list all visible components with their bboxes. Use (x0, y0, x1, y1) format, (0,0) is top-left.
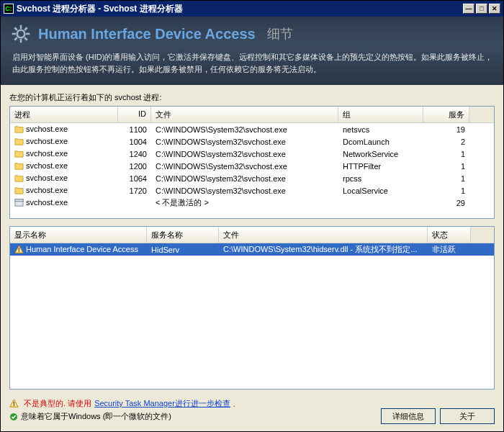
col-services[interactable]: 服务 (423, 107, 469, 122)
file-icon (14, 198, 24, 207)
page-subtitle: 细节 (267, 25, 293, 42)
gear-icon (11, 24, 31, 44)
maximize-button[interactable]: □ (476, 4, 487, 14)
detail-button[interactable]: 详细信息 (381, 408, 436, 424)
header-description: 启用对智能界面设备 (HID)的通用输入访问，它激活并保存键盘、远程控制和其它多… (11, 50, 493, 75)
process-section-label: 在您的计算机正运行着如下的 svchost 进程: (9, 92, 495, 103)
process-columns: 进程 ID 文件 组 服务 (10, 107, 494, 123)
col-display-name[interactable]: 显示名称 (10, 227, 147, 243)
col-service-file[interactable]: 文件 (219, 227, 428, 243)
file-icon (14, 186, 24, 195)
file-icon (14, 149, 24, 158)
table-row[interactable]: svchost.exe1720C:\WINDOWS\system32\svcho… (10, 184, 494, 197)
window-title: Svchost 进程分析器 - Svchost 进程分析器 (17, 3, 463, 15)
page-title: Human Interface Device Access (38, 26, 256, 42)
footer-ok-text: 意味着它属于Windows (即一个微软的文件) (21, 411, 171, 422)
svg-line-7 (24, 27, 27, 30)
minimize-button[interactable]: — (463, 4, 474, 14)
security-link[interactable]: Security Task Manager进行进一步检查 (94, 398, 230, 409)
footer-warn-prefix: 不是典型的. 请使用 (24, 398, 91, 409)
svg-text:!: ! (18, 247, 20, 254)
table-row[interactable]: svchost.exe1064C:\WINDOWS\system32\svcho… (10, 172, 494, 184)
col-id[interactable]: ID (118, 107, 151, 122)
footer: ! 不是典型的. 请使用 Security Task Manager进行进一步检… (1, 392, 503, 431)
footer-ok: 意味着它属于Windows (即一个微软的文件) (9, 411, 377, 422)
svg-rect-10 (15, 199, 23, 202)
svg-text:!: ! (13, 400, 15, 408)
about-button[interactable]: 关于 (440, 408, 495, 424)
titlebar: C: Svchost 进程分析器 - Svchost 进程分析器 — □ ✕ (1, 1, 503, 17)
col-group[interactable]: 组 (338, 107, 423, 122)
col-process[interactable]: 进程 (10, 107, 118, 122)
svg-line-8 (14, 37, 17, 40)
service-columns: 显示名称 服务名称 文件 状态 (10, 227, 494, 243)
service-listview[interactable]: 显示名称 服务名称 文件 状态 !Human Interface Device … (9, 226, 495, 390)
warning-icon: ! (9, 399, 19, 408)
close-button[interactable]: ✕ (489, 4, 500, 14)
table-row[interactable]: svchost.exe1004C:\WINDOWS\system32\svcho… (10, 135, 494, 148)
footer-warn-suffix: . (233, 400, 235, 408)
warning-icon: ! (14, 245, 24, 254)
check-icon (9, 413, 18, 421)
table-row[interactable]: svchost.exe1200C:\WINDOWS\System32\svcho… (10, 160, 494, 172)
file-icon (14, 161, 24, 171)
table-row[interactable]: !Human Interface Device AccessHidServC:\… (10, 243, 494, 256)
file-icon (14, 174, 24, 183)
col-file[interactable]: 文件 (151, 107, 338, 122)
app-icon: C: (4, 4, 14, 14)
svg-line-5 (14, 27, 17, 30)
file-icon (14, 137, 24, 146)
table-row[interactable]: svchost.exe< 不是激活的 >29 (10, 197, 494, 209)
col-service-name[interactable]: 服务名称 (147, 227, 219, 243)
svg-point-0 (17, 30, 25, 38)
footer-warning: ! 不是典型的. 请使用 Security Task Manager进行进一步检… (9, 398, 377, 409)
header-panel: Human Interface Device Access 细节 启用对智能界面… (1, 17, 503, 85)
col-state[interactable]: 状态 (428, 227, 471, 243)
svg-line-6 (24, 37, 27, 40)
file-icon (14, 125, 24, 134)
table-row[interactable]: svchost.exe1100C:\WINDOWS\System32\svcho… (10, 123, 494, 135)
table-row[interactable]: svchost.exe1240C:\WINDOWS\system32\svcho… (10, 148, 494, 160)
process-listview[interactable]: 进程 ID 文件 组 服务 svchost.exe1100C:\WINDOWS\… (9, 106, 495, 219)
